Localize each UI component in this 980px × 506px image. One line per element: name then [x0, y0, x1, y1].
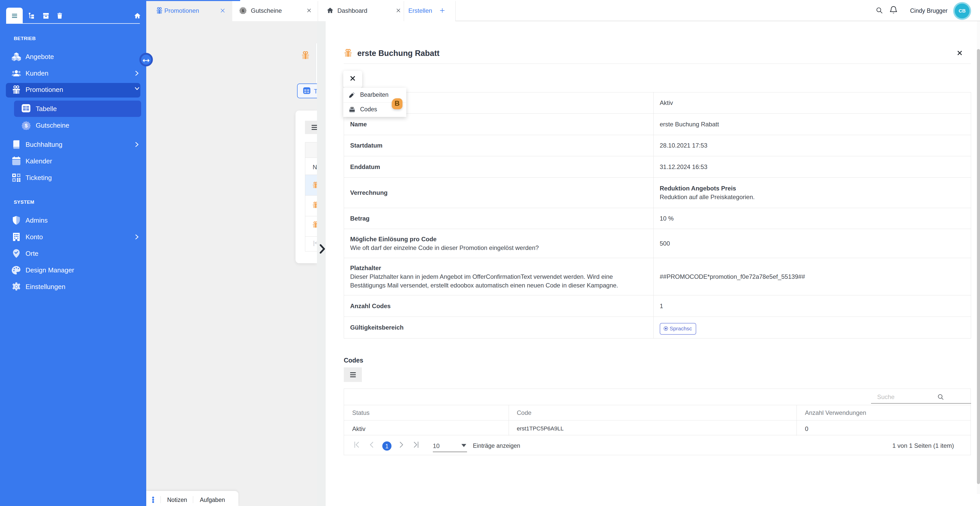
svg-text:$: $ [25, 123, 28, 129]
svg-text:$: $ [242, 8, 244, 13]
